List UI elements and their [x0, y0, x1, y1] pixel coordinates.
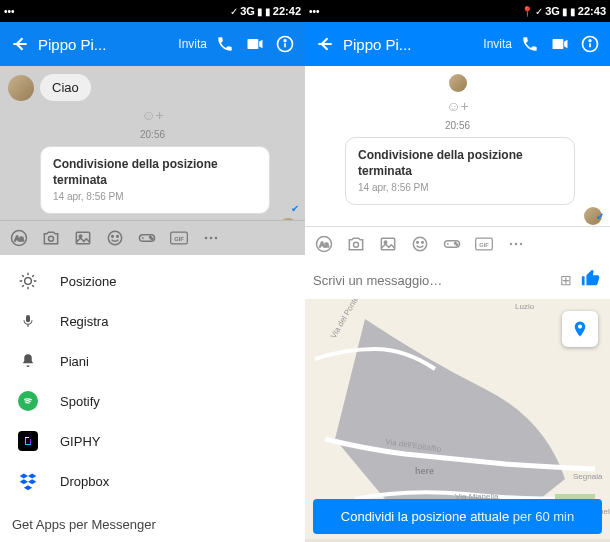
svg-rect-21	[25, 437, 26, 445]
location-ended-card[interactable]: Condivisione della posizione terminata 1…	[345, 137, 575, 205]
invite-button[interactable]: Invita	[483, 37, 512, 51]
giphy-icon	[18, 431, 38, 451]
info-icon[interactable]	[578, 32, 602, 56]
svg-point-17	[210, 237, 213, 240]
svg-point-19	[25, 278, 32, 285]
chat-title[interactable]: Pippo Pi...	[38, 36, 106, 53]
svg-point-38	[456, 244, 458, 246]
svg-point-8	[108, 231, 121, 244]
message-row: Ciao	[8, 74, 297, 101]
emoji-icon[interactable]	[104, 227, 126, 249]
avatar	[449, 74, 467, 92]
option-registra[interactable]: Registra	[0, 301, 305, 341]
share-location-button[interactable]: Condividi la posizione attuale per 60 mi…	[313, 499, 602, 534]
back-icon[interactable]	[8, 32, 32, 56]
chat-header: Pippo Pi... Invita	[0, 22, 305, 66]
svg-point-16	[205, 237, 208, 240]
svg-point-27	[589, 40, 591, 42]
seen-avatar	[279, 218, 297, 220]
svg-point-41	[510, 243, 513, 246]
more-icon[interactable]	[200, 227, 222, 249]
status-time: 22:43	[578, 5, 606, 17]
games-icon[interactable]	[441, 233, 463, 255]
svg-rect-6	[76, 232, 89, 244]
option-dropbox[interactable]: Dropbox	[0, 461, 305, 501]
location-icon: 📍	[521, 6, 533, 17]
option-giphy[interactable]: GIPHY	[0, 421, 305, 461]
sticker-picker-icon[interactable]: ☺+	[313, 98, 602, 114]
more-icon[interactable]	[505, 233, 527, 255]
video-icon[interactable]	[548, 32, 572, 56]
screen-left: ••• ✓ 3G ▮ ▮ 22:42 Pippo Pi... Invita Ci…	[0, 0, 305, 542]
call-icon[interactable]	[518, 32, 542, 56]
svg-text:GIF: GIF	[174, 236, 184, 242]
svg-point-33	[413, 237, 426, 250]
emoji-icon[interactable]	[409, 233, 431, 255]
like-icon[interactable]	[580, 267, 602, 293]
text-tool-icon[interactable]: Aa	[313, 233, 335, 255]
invite-button[interactable]: Invita	[178, 37, 207, 51]
gif-icon[interactable]: GIF	[168, 227, 190, 249]
message-input[interactable]	[313, 273, 552, 288]
camera-icon[interactable]	[345, 233, 367, 255]
games-icon[interactable]	[136, 227, 158, 249]
svg-point-13	[151, 238, 153, 240]
svg-rect-31	[381, 238, 394, 250]
svg-point-5	[49, 236, 54, 241]
option-spotify[interactable]: Spotify	[0, 381, 305, 421]
net-type: 3G	[545, 5, 560, 17]
call-icon[interactable]	[213, 32, 237, 56]
gallery-icon[interactable]	[377, 233, 399, 255]
camera-icon[interactable]	[40, 227, 62, 249]
delivered-icon: ✔	[596, 211, 604, 222]
map-panel[interactable]: Via del Ponte Luzio Via dell'Epitaffio V…	[305, 299, 610, 542]
video-icon[interactable]	[243, 32, 267, 56]
svg-point-42	[515, 243, 518, 246]
svg-point-9	[112, 236, 114, 238]
apps-icon[interactable]: ⊞	[560, 272, 572, 288]
option-label: GIPHY	[60, 434, 100, 449]
volte-icon: ✓	[535, 6, 543, 17]
svg-text:Aa: Aa	[319, 240, 329, 249]
dropbox-icon	[18, 471, 38, 491]
option-piani[interactable]: Piani	[0, 341, 305, 381]
street-label: Segnala	[573, 472, 603, 481]
svg-point-30	[354, 242, 359, 247]
option-posizione[interactable]: Posizione	[0, 261, 305, 301]
info-icon[interactable]	[273, 32, 297, 56]
message-bubble[interactable]: Ciao	[40, 74, 91, 101]
timestamp: 20:56	[313, 120, 602, 131]
svg-text:Aa: Aa	[14, 234, 24, 243]
actions-sheet: Posizione Registra Piani Spotify GIPHY D…	[0, 255, 305, 507]
location-ended-card[interactable]: Condivisione della posizione terminata 1…	[40, 146, 270, 214]
card-title: Condivisione della posizione terminata	[358, 148, 562, 179]
gallery-icon[interactable]	[72, 227, 94, 249]
svg-text:GIF: GIF	[479, 242, 489, 248]
screen-right: ••• 📍 ✓ 3G ▮ ▮ 22:43 Pippo Pi... Invita …	[305, 0, 610, 542]
text-tool-icon[interactable]: Aa	[8, 227, 30, 249]
card-title: Condivisione della posizione terminata	[53, 157, 257, 188]
signal-icon: ▮	[562, 6, 568, 17]
signal-icon: ▮	[257, 6, 263, 17]
option-label: Posizione	[60, 274, 116, 289]
svg-rect-23	[25, 437, 29, 438]
option-label: Registra	[60, 314, 108, 329]
compose-row: ⊞	[305, 261, 610, 299]
get-apps-link[interactable]: Get Apps per Messenger	[0, 507, 305, 542]
status-bar: ••• ✓ 3G ▮ ▮ 22:42	[0, 0, 305, 22]
share-label: Condividi la posizione attuale	[341, 509, 509, 524]
mic-icon	[18, 311, 38, 331]
chat-title[interactable]: Pippo Pi...	[343, 36, 411, 53]
svg-rect-24	[25, 444, 31, 445]
card-subtitle: 14 apr, 8:56 PM	[358, 181, 562, 194]
notif-icon: •••	[309, 6, 319, 16]
sticker-picker-icon[interactable]: ☺+	[8, 107, 297, 123]
gif-icon[interactable]: GIF	[473, 233, 495, 255]
svg-point-2	[284, 40, 286, 42]
battery-icon: ▮	[570, 6, 576, 17]
back-icon[interactable]	[313, 32, 337, 56]
avatar[interactable]	[8, 75, 34, 101]
my-location-button[interactable]	[562, 311, 598, 347]
volte-icon: ✓	[230, 6, 238, 17]
chat-area: Ciao ☺+ 20:56 Condivisione della posizio…	[0, 66, 305, 220]
